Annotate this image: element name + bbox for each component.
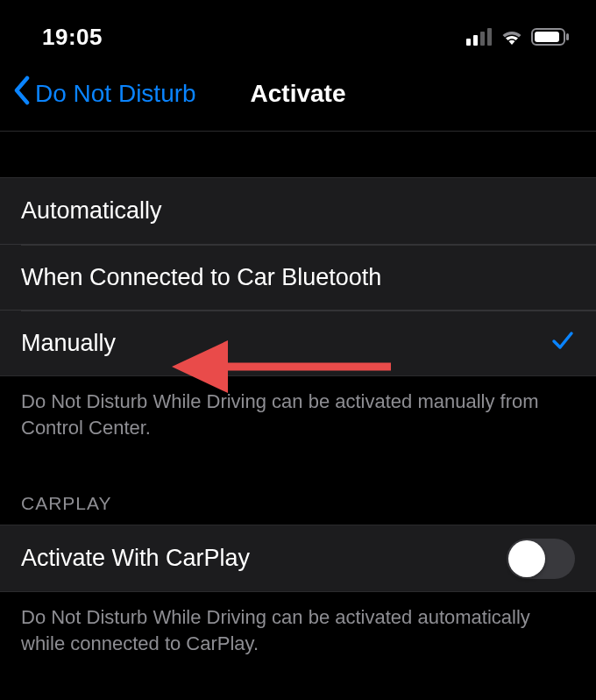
svg-rect-1 [473, 35, 478, 46]
row-label: Activate With CarPlay [21, 545, 250, 572]
carplay-group: Activate With CarPlay [0, 525, 596, 592]
carplay-footer: Do Not Disturb While Driving can be acti… [0, 592, 596, 667]
row-activate-with-carplay: Activate With CarPlay [0, 525, 596, 591]
back-button[interactable]: Do Not Disturb [12, 75, 196, 111]
svg-rect-3 [487, 28, 492, 46]
cellular-signal-icon [466, 28, 493, 46]
status-bar: 19:05 [0, 0, 596, 63]
carplay-section-header: CARPLAY [0, 451, 596, 525]
option-manually[interactable]: Manually [0, 310, 596, 375]
svg-rect-6 [566, 33, 569, 40]
activation-mode-group: Automatically When Connected to Car Blue… [0, 177, 596, 376]
svg-rect-0 [466, 39, 471, 46]
activation-mode-footer: Do Not Disturb While Driving can be acti… [0, 376, 596, 451]
carplay-toggle[interactable] [507, 539, 575, 579]
toggle-knob [508, 540, 545, 577]
svg-rect-2 [480, 32, 485, 46]
option-label: When Connected to Car Bluetooth [21, 264, 381, 291]
status-time: 19:05 [42, 24, 103, 51]
wifi-icon [500, 28, 524, 46]
svg-rect-5 [535, 32, 559, 42]
checkmark-icon [550, 328, 575, 359]
navigation-bar: Do Not Disturb Activate [0, 63, 596, 132]
option-automatically[interactable]: Automatically [0, 178, 596, 244]
status-icons [466, 28, 570, 46]
page-title: Activate [251, 80, 346, 108]
option-label: Manually [21, 330, 116, 357]
back-label: Do Not Disturb [35, 80, 196, 108]
battery-icon [531, 28, 570, 46]
chevron-left-icon [12, 75, 32, 111]
option-label: Automatically [21, 197, 162, 225]
spacer [0, 132, 596, 177]
option-car-bluetooth[interactable]: When Connected to Car Bluetooth [0, 244, 596, 310]
